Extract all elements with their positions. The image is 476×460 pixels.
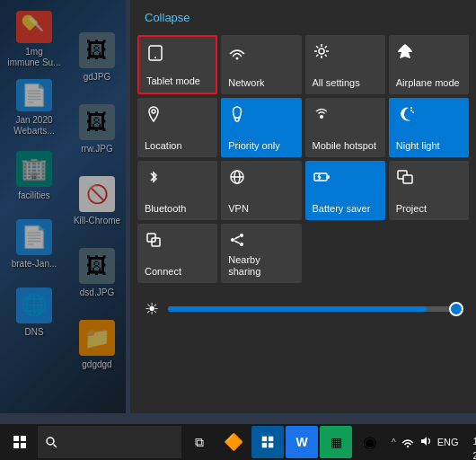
start-button[interactable]	[4, 426, 36, 458]
network-icon	[228, 42, 246, 63]
brightness-slider[interactable]	[168, 306, 462, 312]
tile-vpn[interactable]: VPN	[221, 161, 301, 220]
collapse-button[interactable]: Collapse	[145, 11, 190, 24]
svg-rect-31	[262, 437, 267, 441]
tile-nearby-sharing[interactable]: Nearby sharing	[221, 224, 301, 283]
tile-battery-saver-label: Battery saver	[313, 203, 371, 215]
svg-line-30	[54, 445, 57, 448]
clock[interactable]: 02:27 18-08-2020	[468, 420, 476, 460]
matrix-icon[interactable]: ▦	[320, 426, 352, 458]
brightness-area: ☀	[130, 290, 476, 328]
desktop: 💊 1mgimmune Su... 📄 Jan 2020Webarts... 🏢…	[0, 0, 476, 460]
svg-rect-27	[13, 443, 19, 448]
svg-point-3	[319, 49, 324, 54]
svg-line-24	[234, 241, 240, 243]
tablet-mode-icon	[146, 44, 164, 65]
svg-line-23	[234, 236, 240, 239]
tile-project-label: Project	[396, 203, 427, 215]
word-icon[interactable]: W	[286, 426, 318, 458]
tile-network-label: Network	[228, 77, 264, 89]
tile-connect[interactable]: Connect	[137, 224, 217, 283]
tile-bluetooth-label: Bluetooth	[145, 203, 186, 215]
tile-airplane-mode[interactable]: Airplane mode	[389, 35, 469, 94]
tile-mobile-hotspot-label: Mobile hotspot	[313, 140, 377, 152]
svg-rect-28	[21, 443, 26, 448]
chrome-icon[interactable]: ◉	[354, 426, 386, 458]
svg-line-8	[412, 111, 413, 112]
slider-thumb	[449, 302, 463, 316]
all-settings-icon	[313, 42, 331, 63]
svg-rect-17	[403, 175, 412, 183]
tile-night-light-label: Night light	[396, 140, 440, 152]
tile-battery-saver[interactable]: Battery saver	[305, 161, 385, 220]
tile-location-label: Location	[145, 140, 182, 152]
taskbar-settings-icon[interactable]	[251, 426, 284, 458]
slider-fill	[168, 306, 427, 312]
tile-night-light[interactable]: Night light	[389, 98, 469, 157]
svg-point-35	[407, 445, 409, 447]
taskbar: ⧉ 🔶 W ▦ ◉ ^	[0, 424, 476, 460]
tile-priority-only-label: Priority only	[228, 140, 279, 152]
brightness-icon: ☀	[145, 299, 159, 319]
night-light-icon	[396, 105, 414, 126]
connect-icon	[145, 231, 163, 252]
tile-tablet-mode[interactable]: Tablet mode	[137, 35, 217, 94]
vlc-icon[interactable]: 🔶	[217, 426, 250, 458]
svg-point-4	[152, 110, 155, 113]
desktop-overlay	[0, 0, 126, 413]
bluetooth-icon	[145, 168, 163, 189]
battery-saver-icon	[313, 168, 331, 189]
task-view-button[interactable]: ⧉	[183, 426, 216, 458]
taskbar-left: ⧉ 🔶 W ▦ ◉	[0, 426, 386, 458]
system-tray: ^ ENG	[386, 435, 464, 450]
tile-bluetooth[interactable]: Bluetooth	[137, 161, 217, 220]
mobile-hotspot-icon	[313, 105, 331, 126]
tile-airplane-mode-label: Airplane mode	[396, 77, 460, 89]
svg-rect-32	[262, 443, 267, 447]
tile-network[interactable]: Network	[221, 35, 301, 94]
slider-track	[168, 306, 462, 312]
svg-point-5	[320, 115, 323, 119]
tray-volume-icon[interactable]	[419, 435, 432, 450]
tray-network-icon[interactable]	[401, 435, 414, 450]
tile-mobile-hotspot[interactable]: Mobile hotspot	[305, 98, 385, 157]
svg-point-20	[231, 238, 234, 242]
location-icon	[145, 105, 163, 126]
tray-chevron[interactable]: ^	[392, 438, 396, 447]
tile-vpn-label: VPN	[228, 203, 249, 215]
panel-header: Collapse	[130, 0, 476, 31]
tile-priority-only[interactable]: Priority only	[221, 98, 301, 157]
empty-tile-2	[389, 224, 469, 283]
svg-point-29	[47, 438, 54, 445]
tile-connect-label: Connect	[145, 266, 181, 278]
action-panel: Collapse Tablet mode	[130, 0, 476, 413]
svg-rect-34	[269, 443, 273, 447]
svg-point-22	[240, 243, 243, 246]
tile-project[interactable]: Project	[389, 161, 469, 220]
tile-location[interactable]: Location	[137, 98, 217, 157]
empty-tile-1	[305, 224, 385, 283]
svg-rect-25	[13, 436, 19, 441]
taskbar-right: ^ ENG 02:27 18-08	[386, 420, 476, 460]
priority-only-icon	[228, 105, 246, 126]
clock-date: 18-08-2020	[473, 435, 476, 460]
svg-point-21	[240, 234, 243, 237]
tile-all-settings-label: All settings	[313, 77, 360, 89]
tile-all-settings[interactable]: All settings	[305, 35, 385, 94]
quick-actions-grid: Tablet mode Network	[130, 31, 476, 287]
svg-rect-33	[269, 437, 273, 441]
nearby-sharing-icon	[228, 231, 246, 252]
vpn-icon	[228, 168, 246, 189]
svg-point-2	[236, 58, 239, 60]
tile-nearby-sharing-label: Nearby sharing	[228, 254, 294, 278]
project-icon	[396, 168, 414, 189]
tile-tablet-mode-label: Tablet mode	[146, 75, 200, 87]
svg-rect-26	[21, 436, 26, 441]
airplane-icon	[396, 42, 414, 63]
search-button[interactable]	[38, 426, 181, 458]
tray-lang[interactable]: ENG	[437, 437, 459, 447]
